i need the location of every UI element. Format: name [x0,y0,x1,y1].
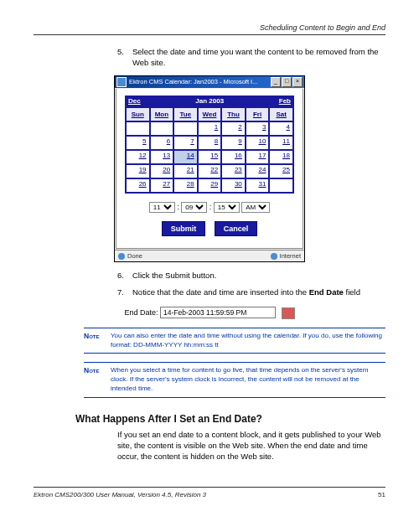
note-1: Note You can also enter the date and tim… [84,328,385,354]
calendar-cell[interactable]: 3 [246,121,270,136]
calendar-cell[interactable]: 1 [198,121,222,136]
status-right-text: Internet [280,252,301,260]
calendar-cell[interactable]: 15 [198,150,222,164]
day-header: Wed [198,107,222,121]
step-number: 6. [117,271,132,281]
calendar-cell[interactable]: 19 [126,164,150,178]
calendar-cell[interactable]: 21 [173,164,198,178]
done-icon [118,253,125,260]
calendar-cell [173,121,198,136]
day-header: Sat [269,107,293,121]
second-select[interactable]: 15 [214,202,240,213]
step-number: 5. [117,47,132,69]
ampm-select[interactable]: AM [241,202,270,213]
calendar-cell[interactable]: 10 [246,136,270,150]
page-number: 51 [378,491,385,498]
day-header: Thu [221,107,246,121]
note-label: Note [84,366,111,393]
step-text: Notice that the date and time are insert… [132,287,385,298]
calendar-cell[interactable]: 7 [173,136,198,150]
calendar-cell-selected[interactable]: 14 [173,150,198,164]
hour-select[interactable]: 11 [149,202,175,213]
day-header: Tue [173,107,198,121]
note-label: Note [84,332,111,350]
running-header: Scheduling Content to Begin and End [34,23,385,32]
note-text: You can also enter the date and time wit… [111,332,385,350]
cancel-button[interactable]: Cancel [215,221,258,236]
calendar-icon[interactable] [282,307,295,319]
calendar-cell[interactable]: 28 [173,178,198,193]
section-paragraph: If you set an end date to a content bloc… [117,430,385,462]
calendar-cell[interactable]: 23 [221,164,246,178]
calendar-cell[interactable]: 16 [221,150,246,164]
day-header: Fri [246,107,270,121]
calendar-cell[interactable]: 22 [198,164,222,178]
calendar-cell[interactable]: 9 [221,136,246,150]
minute-select[interactable]: 09 [181,202,207,213]
calendar-cell[interactable]: 24 [246,164,270,178]
calendar-cell[interactable]: 30 [221,178,246,193]
note-text: When you select a time for content to go… [111,366,385,393]
calendar-cell[interactable]: 20 [150,164,174,178]
enddate-label: End Date: [124,308,158,317]
header-rule [34,34,385,35]
day-header: Mon [150,107,174,121]
enddate-input[interactable] [160,307,276,318]
calendar-grid: Sun Mon Tue Wed Thu Fri Sat 1 2 3 4 [125,106,294,194]
page-footer: Ektron CMS200/300 User Manual, Version 4… [34,487,385,498]
window-titlebar: Ektron CMS Calendar: Jan2003 - Microsoft… [115,76,304,88]
calendar-cell[interactable]: 12 [126,150,150,164]
note-2: Note When you select a time for content … [84,362,385,397]
maximize-button[interactable]: □ [282,77,292,87]
step-number: 7. [117,287,132,298]
calendar-cell[interactable]: 13 [150,150,174,164]
submit-button[interactable]: Submit [162,221,206,236]
calendar-cell[interactable]: 8 [198,136,222,150]
section-heading: What Happens After I Set an End Date? [75,413,385,425]
step-5: 5. Select the date and time you want the… [117,47,385,69]
minimize-button[interactable]: _ [271,77,281,87]
calendar-cell [269,178,293,193]
calendar-window: Ektron CMS Calendar: Jan2003 - Microsoft… [114,75,305,262]
step-text: Select the date and time you want the co… [132,47,385,69]
step-6: 6. Click the Submit button. [117,271,385,281]
calendar-cell[interactable]: 26 [126,178,150,193]
calendar-cell[interactable]: 17 [246,150,270,164]
step-text: Click the Submit button. [132,271,385,281]
calendar-cell[interactable]: 31 [246,178,270,193]
calendar-cell [126,121,150,136]
step-7: 7. Notice that the date and time are ins… [117,287,385,298]
footer-left: Ektron CMS200/300 User Manual, Version 4… [34,491,206,498]
calendar-cell[interactable]: 6 [150,136,174,150]
calendar-cell[interactable]: 4 [269,121,293,136]
calendar-nav: Dec Jan 2003 Feb [125,96,294,106]
status-left-text: Done [127,252,142,260]
next-month-link[interactable]: Feb [279,97,291,105]
calendar-cell[interactable]: 25 [269,164,293,178]
calendar-cell[interactable]: 5 [126,136,150,150]
calendar-cell [150,121,174,136]
close-button[interactable]: × [292,77,303,87]
prev-month-link[interactable]: Dec [128,97,141,105]
time-selector-row: 11 : 09 : 15 AM [125,202,294,213]
current-month-label: Jan 2003 [195,97,224,105]
calendar-cell[interactable]: 29 [198,178,222,193]
calendar-cell[interactable]: 27 [150,178,174,193]
calendar-cell[interactable]: 11 [269,136,293,150]
day-header: Sun [126,107,150,121]
app-icon [116,77,127,87]
window-title: Ektron CMS Calendar: Jan2003 - Microsoft… [129,78,271,85]
status-bar: Done Internet [115,250,304,261]
calendar-cell[interactable]: 2 [221,121,246,136]
internet-icon [271,253,277,260]
enddate-field-row: End Date: [34,307,385,319]
calendar-cell[interactable]: 18 [269,150,293,164]
